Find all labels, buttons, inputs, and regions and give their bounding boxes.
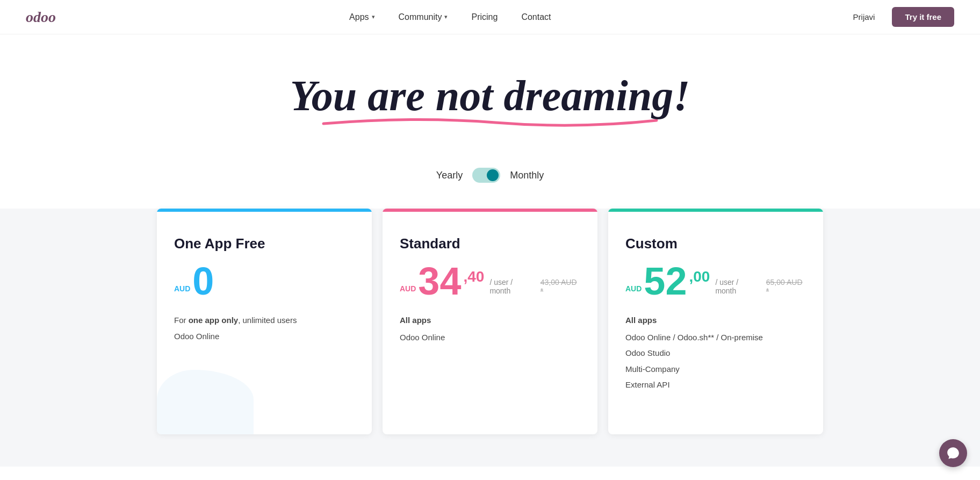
price-main-custom: 52	[644, 262, 687, 300]
price-main-free: 0	[192, 262, 214, 300]
billing-toggle-switch[interactable]	[472, 168, 500, 183]
price-original-custom: 65,00 AUD *	[766, 278, 806, 295]
login-button[interactable]: Prijavi	[845, 8, 884, 26]
chat-icon	[946, 446, 960, 460]
logo[interactable]: odoo	[26, 9, 56, 26]
chevron-down-icon: ▾	[372, 13, 375, 20]
try-free-button[interactable]: Try it free	[892, 7, 954, 27]
card-title-custom: Custom	[625, 235, 806, 252]
nav-item-contact[interactable]: Contact	[511, 8, 560, 26]
price-currency-standard: AUD	[400, 284, 416, 293]
nav-item-pricing[interactable]: Pricing	[462, 8, 507, 26]
pricing-section: One App Free AUD 0 For one app only, unl…	[0, 209, 980, 467]
price-block-standard: AUD 34 ,40 / user / month 43,00 AUD *	[400, 262, 580, 300]
billing-toggle: Yearly Monthly	[0, 168, 980, 183]
card-top-bar	[157, 209, 372, 212]
price-main-standard: 34	[418, 262, 461, 300]
price-decimal-custom: ,00	[689, 268, 710, 285]
feature-api-custom: External API	[625, 378, 806, 392]
pricing-card-standard: Standard AUD 34 ,40 / user / month 43,00…	[383, 209, 597, 434]
card-top-bar-custom	[608, 209, 823, 212]
price-block-custom: AUD 52 ,00 / user / month 65,00 AUD *	[625, 262, 806, 300]
feature-multicompany-custom: Multi-Company	[625, 362, 806, 376]
desc-line2-free: Odoo Online	[174, 329, 355, 343]
toggle-thumb	[487, 169, 499, 181]
monthly-label: Monthly	[510, 170, 544, 181]
feature-online-standard: Odoo Online	[400, 331, 580, 345]
chat-bubble[interactable]	[939, 439, 967, 467]
navbar: odoo Apps ▾ Community ▾ Pricing Contact …	[0, 0, 980, 34]
hero-title: You are not dreaming!	[290, 72, 690, 119]
card-title-free: One App Free	[174, 235, 355, 252]
card-desc-custom: All apps Odoo Online / Odoo.sh** / On-pr…	[625, 313, 806, 392]
card-title-standard: Standard	[400, 235, 580, 252]
feature-studio-custom: Odoo Studio	[625, 346, 806, 360]
card-top-bar-standard	[383, 209, 597, 212]
nav-item-community[interactable]: Community ▾	[389, 8, 458, 26]
price-original-standard: 43,00 AUD *	[541, 278, 580, 295]
price-decimal-standard: ,40	[463, 268, 484, 285]
pricing-card-custom: Custom AUD 52 ,00 / user / month 65,00 A…	[608, 209, 823, 434]
yearly-label: Yearly	[436, 170, 463, 181]
card-desc-free: For one app only, unlimited users Odoo O…	[174, 313, 355, 343]
price-block-free: AUD 0	[174, 262, 355, 300]
features-label-standard: All apps	[400, 313, 580, 327]
price-per-custom: / user / month	[715, 278, 759, 295]
nav-links: Apps ▾ Community ▾ Pricing Contact	[340, 8, 560, 26]
card-bg-shape	[157, 370, 254, 434]
toggle-track	[472, 168, 500, 183]
price-currency-free: AUD	[174, 284, 190, 293]
pricing-card-free: One App Free AUD 0 For one app only, unl…	[157, 209, 372, 434]
chevron-down-icon: ▾	[444, 13, 448, 20]
feature-online-custom: Odoo Online / Odoo.sh** / On-premise	[625, 331, 806, 345]
price-per-standard: / user / month	[489, 278, 534, 295]
price-currency-custom: AUD	[625, 284, 642, 293]
features-label-custom: All apps	[625, 313, 806, 327]
hero-section: You are not dreaming!	[0, 34, 980, 151]
desc-bold-free: one app only	[189, 316, 239, 325]
nav-right: Prijavi Try it free	[845, 7, 954, 27]
card-desc-standard: All apps Odoo Online	[400, 313, 580, 344]
nav-item-apps[interactable]: Apps ▾	[340, 8, 384, 26]
